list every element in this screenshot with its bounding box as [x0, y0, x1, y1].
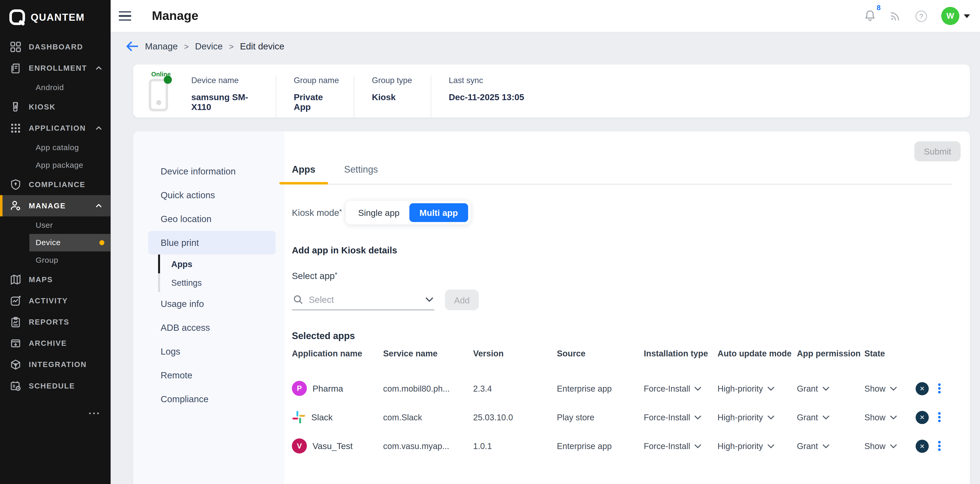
notification-count-badge: 8	[877, 4, 880, 11]
single-app-option[interactable]: Single app	[348, 203, 409, 222]
app-permission-dropdown[interactable]: Grant	[797, 403, 864, 431]
auto-update-mode-dropdown[interactable]: High-priority	[718, 431, 797, 460]
back-arrow-icon[interactable]	[125, 40, 138, 53]
kiosk-icon	[10, 101, 21, 112]
schedule-calendar-icon	[10, 380, 21, 391]
nav-rail	[158, 254, 160, 273]
online-status-dot	[164, 75, 172, 84]
sidebar-item-app-package[interactable]: App package	[0, 157, 111, 174]
nav-logs[interactable]: Logs	[133, 340, 285, 363]
nav-blue-print-settings[interactable]: Settings	[158, 273, 284, 292]
more-options-kebab-icon[interactable]	[937, 382, 942, 395]
breadcrumb-manage[interactable]: Manage	[145, 41, 178, 51]
blueprint-apps-body: Apps Settings Kiosk mode* Single app Mul…	[292, 131, 952, 460]
sidebar-more-button[interactable]: ...	[0, 396, 111, 425]
brand-logo[interactable]: QUANTEM	[0, 0, 111, 36]
nav-adb-access[interactable]: ADB access	[133, 316, 285, 340]
sidebar-item-application[interactable]: APPLICATION	[0, 118, 111, 139]
nav-compliance[interactable]: Compliance	[133, 387, 285, 411]
nav-device-information[interactable]: Device information	[133, 160, 285, 183]
sidebar-item-device[interactable]: Device	[30, 234, 111, 252]
add-app-button[interactable]: Add	[445, 290, 479, 310]
installation-type-dropdown[interactable]: Force-Install	[644, 403, 718, 431]
sidebar-item-dashboard[interactable]: DASHBOARD	[0, 36, 111, 58]
app-permission-dropdown[interactable]: Grant	[797, 431, 864, 460]
breadcrumb-device[interactable]: Device	[195, 41, 223, 51]
sidebar-item-app-catalog[interactable]: App catalog	[0, 139, 111, 157]
chevron-down-icon	[822, 444, 829, 448]
nav-geo-location[interactable]: Geo location	[133, 207, 285, 231]
state-dropdown[interactable]: Show	[864, 374, 903, 403]
app-root: QUANTEM DASHBOARD ENROLLMENT Android KIO…	[0, 0, 980, 484]
sidebar-item-archive[interactable]: ARCHIVE	[0, 333, 111, 354]
help-button[interactable]: ?	[914, 9, 928, 23]
feed-button[interactable]	[889, 10, 901, 22]
auto-update-mode-dropdown[interactable]: High-priority	[718, 403, 797, 431]
activity-icon	[10, 296, 21, 307]
sidebar-item-compliance[interactable]: COMPLIANCE	[0, 174, 111, 195]
sidebar-item-group[interactable]: Group	[0, 251, 111, 269]
integration-cube-icon	[10, 359, 21, 370]
page-title: Manage	[152, 9, 198, 23]
remove-app-button[interactable]: ✕	[916, 382, 929, 395]
table-row-app-name: P Pharma	[292, 374, 383, 403]
auto-update-mode-dropdown[interactable]: High-priority	[718, 374, 797, 403]
compliance-shield-icon	[10, 179, 21, 190]
nav-label: Settings	[171, 278, 202, 287]
device-notification-dot	[99, 240, 104, 245]
sidebar-item-reports[interactable]: REPORTS	[0, 311, 111, 332]
notifications-button[interactable]: 8	[864, 9, 876, 22]
sidebar-item-maps[interactable]: MAPS	[0, 269, 111, 290]
field-value: samsung SM-X110	[191, 92, 263, 112]
chevron-down-icon	[767, 444, 775, 448]
sidebar-item-user[interactable]: User	[0, 216, 111, 234]
tabs-divider	[292, 184, 952, 184]
more-options-kebab-icon[interactable]	[937, 411, 942, 423]
user-menu[interactable]: W	[941, 7, 970, 25]
field-value: Dec-11-2025 13:05	[449, 92, 561, 102]
kiosk-mode-label-text: Kiosk mode	[292, 208, 339, 218]
sidebar-label: MANAGE	[29, 201, 66, 210]
sidebar-item-integration[interactable]: INTEGRATION	[0, 354, 111, 375]
remove-app-button[interactable]: ✕	[916, 411, 929, 424]
select-app-dropdown[interactable]: Select	[292, 290, 434, 310]
table-cell-source: Enterprise app	[557, 374, 644, 403]
chevron-down-icon	[890, 415, 897, 419]
multi-app-option[interactable]: Multi app	[409, 203, 468, 222]
app-permission-dropdown[interactable]: Grant	[797, 374, 864, 403]
dashboard-icon	[10, 41, 21, 52]
tab-settings[interactable]: Settings	[344, 164, 378, 183]
sidebar-item-kiosk[interactable]: KIOSK	[0, 96, 111, 118]
tab-apps[interactable]: Apps	[292, 164, 315, 183]
sidebar-item-manage[interactable]: MANAGE	[0, 195, 111, 216]
chevron-down-icon	[426, 297, 433, 302]
blueprint-tabs: Apps Settings	[292, 164, 952, 183]
col-auto-update-mode: Auto update mode	[718, 349, 797, 374]
field-label: Group type	[372, 75, 418, 85]
more-options-kebab-icon[interactable]	[937, 440, 942, 452]
state-dropdown[interactable]: Show	[864, 431, 903, 460]
hamburger-menu-icon[interactable]	[119, 11, 131, 21]
nav-blue-print[interactable]: Blue print	[148, 231, 276, 255]
sidebar-item-enrollment[interactable]: ENROLLMENT	[0, 58, 111, 79]
sidebar-label: Device	[36, 238, 61, 247]
installation-type-dropdown[interactable]: Force-Install	[644, 431, 718, 460]
sidebar-label: INTEGRATION	[29, 360, 87, 369]
remove-app-button[interactable]: ✕	[916, 439, 929, 453]
nav-blue-print-apps[interactable]: Apps	[158, 254, 284, 273]
nav-remote[interactable]: Remote	[133, 363, 285, 387]
state-dropdown[interactable]: Show	[864, 403, 903, 431]
select-app-label-text: Select app	[292, 271, 335, 281]
col-application-name: Application name	[292, 349, 383, 374]
sidebar-item-schedule[interactable]: SCHEDULE	[0, 375, 111, 396]
chevron-down-icon	[890, 386, 897, 391]
selected-apps-table: Application name Service name Version So…	[292, 349, 952, 460]
chevron-down-icon	[767, 386, 775, 391]
sidebar-item-activity[interactable]: ACTIVITY	[0, 290, 111, 311]
nav-usage-info[interactable]: Usage info	[133, 292, 285, 316]
slack-icon	[292, 410, 305, 424]
sidebar-item-android[interactable]: Android	[0, 79, 111, 96]
nav-quick-actions[interactable]: Quick actions	[133, 183, 285, 207]
chevron-down-icon	[694, 444, 702, 448]
installation-type-dropdown[interactable]: Force-Install	[644, 374, 718, 403]
